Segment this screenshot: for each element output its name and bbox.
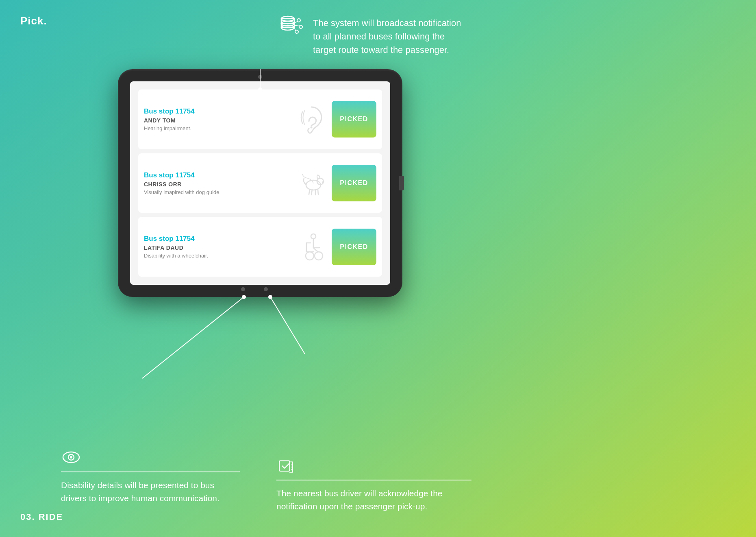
bus-stop-1: Bus stop 11754 bbox=[144, 107, 291, 116]
broadcast-icon bbox=[276, 12, 305, 41]
disability-icon-3 bbox=[291, 231, 332, 263]
bottom-left-text: Disability details will be presented to … bbox=[61, 479, 240, 504]
svg-point-18 bbox=[306, 180, 321, 190]
bottom-left-underline bbox=[61, 472, 240, 472]
tablet-camera bbox=[258, 75, 262, 79]
tablet-dot-right bbox=[264, 287, 268, 291]
content-layer: Pick. The system will broadcast notifica… bbox=[0, 0, 756, 537]
tablet-screen: Bus stop 11754 ANDY TOM Hearing impairme… bbox=[130, 81, 390, 285]
picked-btn-2[interactable]: PICKED bbox=[332, 165, 376, 201]
passenger-card-2: Bus stop 11754 CHRISS ORR Visually imapi… bbox=[138, 153, 382, 213]
disability-2: Visually imapired with dog guide. bbox=[144, 189, 291, 195]
svg-point-11 bbox=[297, 19, 300, 22]
bottom-right-text: The nearest bus driver will acknowledge … bbox=[276, 487, 471, 513]
svg-point-26 bbox=[306, 252, 314, 260]
disability-icon-2 bbox=[291, 167, 332, 199]
card-info-2: Bus stop 11754 CHRISS ORR Visually imapi… bbox=[144, 171, 291, 195]
svg-point-24 bbox=[322, 181, 324, 183]
disability-icon-1 bbox=[291, 103, 332, 135]
broadcast-icon-area bbox=[276, 12, 305, 41]
tablet-dot-left bbox=[241, 287, 245, 291]
eye-icon bbox=[61, 447, 81, 467]
svg-point-27 bbox=[315, 252, 323, 260]
svg-line-15 bbox=[294, 25, 300, 26]
picked-btn-3[interactable]: PICKED bbox=[332, 229, 376, 265]
passenger-card-1: Bus stop 11754 ANDY TOM Hearing impairme… bbox=[138, 90, 382, 149]
svg-point-12 bbox=[299, 25, 302, 28]
svg-rect-31 bbox=[279, 461, 289, 471]
tablet-body: Bus stop 11754 ANDY TOM Hearing impairme… bbox=[118, 69, 402, 297]
disability-3: Disability with a wheelchair. bbox=[144, 253, 291, 259]
svg-line-21 bbox=[311, 190, 312, 195]
acknowledge-icon bbox=[276, 455, 297, 476]
bus-stop-3: Bus stop 11754 bbox=[144, 235, 291, 243]
card-info-1: Bus stop 11754 ANDY TOM Hearing impairme… bbox=[144, 107, 291, 131]
pick-label: Pick. bbox=[20, 15, 47, 27]
svg-line-23 bbox=[318, 189, 318, 194]
passenger-name-1: ANDY TOM bbox=[144, 117, 291, 124]
passenger-name-2: CHRISS ORR bbox=[144, 181, 291, 188]
svg-line-16 bbox=[294, 28, 295, 31]
bottom-left-annotation: Disability details will be presented to … bbox=[61, 447, 240, 504]
bottom-right-annotation: The nearest bus driver will acknowledge … bbox=[276, 455, 471, 513]
svg-line-20 bbox=[309, 189, 310, 194]
top-annotation-text: The system will broadcast notification t… bbox=[313, 12, 467, 57]
bottom-right-underline bbox=[276, 480, 471, 480]
passenger-name-3: LATIFA DAUD bbox=[144, 244, 291, 251]
ride-label: 03. RIDE bbox=[20, 512, 63, 522]
tablet: Bus stop 11754 ANDY TOM Hearing impairme… bbox=[118, 69, 402, 297]
picked-btn-1[interactable]: PICKED bbox=[332, 101, 376, 138]
svg-point-13 bbox=[295, 30, 298, 33]
top-annotation: The system will broadcast notification t… bbox=[276, 12, 467, 57]
bus-stop-2: Bus stop 11754 bbox=[144, 171, 291, 179]
card-info-3: Bus stop 11754 LATIFA DAUD Disability wi… bbox=[144, 235, 291, 259]
svg-point-25 bbox=[311, 234, 316, 239]
passenger-card-3: Bus stop 11754 LATIFA DAUD Disability wi… bbox=[138, 217, 382, 277]
svg-point-30 bbox=[70, 456, 72, 458]
disability-1: Hearing impairment. bbox=[144, 125, 291, 131]
svg-point-17 bbox=[311, 127, 313, 129]
tablet-home-button[interactable] bbox=[399, 176, 404, 190]
